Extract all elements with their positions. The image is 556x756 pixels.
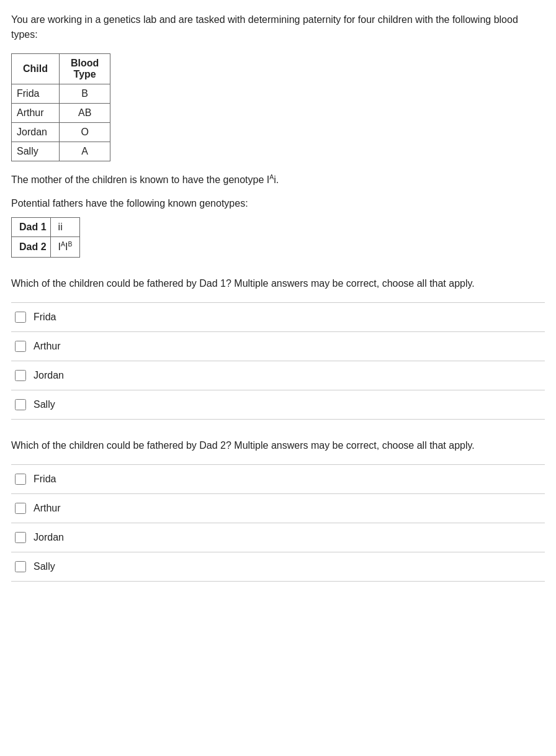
dad2-genotype: IAIB <box>50 237 80 257</box>
question1-options: FridaArthurJordanSally <box>11 302 545 420</box>
checkbox-input-q1_jordan[interactable] <box>15 370 26 381</box>
checkbox-item: Jordan <box>11 523 545 552</box>
checkbox-input-q1_sally[interactable] <box>15 399 26 410</box>
question1-section: Which of the children could be fathered … <box>11 276 545 420</box>
checkbox-item: Sally <box>11 552 545 582</box>
checkbox-label-q1_arthur[interactable]: Arthur <box>34 341 61 352</box>
mother-text-after: i. <box>274 174 279 185</box>
child-name: Arthur <box>12 104 60 123</box>
blood-type-table: Child BloodType FridaBArthurABJordanOSal… <box>11 53 110 161</box>
checkbox-input-q2_sally[interactable] <box>15 561 26 572</box>
checkbox-label-q1_sally[interactable]: Sally <box>34 399 55 410</box>
dad2-label: Dad 2 <box>12 237 51 257</box>
child-name: Frida <box>12 84 60 104</box>
intro-text: You are working in a genetics lab and ar… <box>11 12 545 42</box>
checkbox-label-q2_frida[interactable]: Frida <box>34 474 56 485</box>
checkbox-label-q2_sally[interactable]: Sally <box>34 561 55 572</box>
blood-type-row: SallyA <box>12 142 110 161</box>
checkbox-item: Arthur <box>11 331 545 361</box>
question2-section: Which of the children could be fathered … <box>11 438 545 582</box>
checkbox-label-q2_jordan[interactable]: Jordan <box>34 532 64 543</box>
checkbox-item: Arthur <box>11 493 545 523</box>
checkbox-input-q2_arthur[interactable] <box>15 503 26 514</box>
blood-type-row: FridaB <box>12 84 110 104</box>
question2-text: Which of the children could be fathered … <box>11 438 545 453</box>
checkbox-item: Frida <box>11 464 545 493</box>
blood-type-row: JordanO <box>12 123 110 142</box>
mother-text-before: The mother of the children is known to h… <box>11 174 269 185</box>
checkbox-item: Frida <box>11 302 545 331</box>
child-name: Sally <box>12 142 60 161</box>
child-blood-type: B <box>60 84 110 104</box>
mother-genotype-text: The mother of the children is known to h… <box>11 173 545 187</box>
checkbox-input-q2_frida[interactable] <box>15 474 26 485</box>
fathers-table: Dad 1 ii Dad 2 IAIB <box>11 217 80 257</box>
checkbox-label-q1_frida[interactable]: Frida <box>34 312 56 323</box>
question1-text: Which of the children could be fathered … <box>11 276 545 291</box>
checkbox-input-q1_frida[interactable] <box>15 312 26 323</box>
col-header-child: Child <box>12 54 60 84</box>
checkbox-label-q1_jordan[interactable]: Jordan <box>34 370 64 381</box>
checkbox-item: Jordan <box>11 361 545 390</box>
blood-type-row: ArthurAB <box>12 104 110 123</box>
checkbox-input-q1_arthur[interactable] <box>15 341 26 352</box>
checkbox-item: Sally <box>11 390 545 420</box>
checkbox-input-q2_jordan[interactable] <box>15 532 26 543</box>
checkbox-label-q2_arthur[interactable]: Arthur <box>34 503 61 514</box>
col-header-blood-type: BloodType <box>60 54 110 84</box>
fathers-label: Potential fathers have the following kno… <box>11 196 545 211</box>
child-blood-type: AB <box>60 104 110 123</box>
child-blood-type: O <box>60 123 110 142</box>
question2-options: FridaArthurJordanSally <box>11 464 545 582</box>
child-name: Jordan <box>12 123 60 142</box>
dad1-label: Dad 1 <box>12 218 51 237</box>
dad1-genotype: ii <box>50 218 80 237</box>
child-blood-type: A <box>60 142 110 161</box>
